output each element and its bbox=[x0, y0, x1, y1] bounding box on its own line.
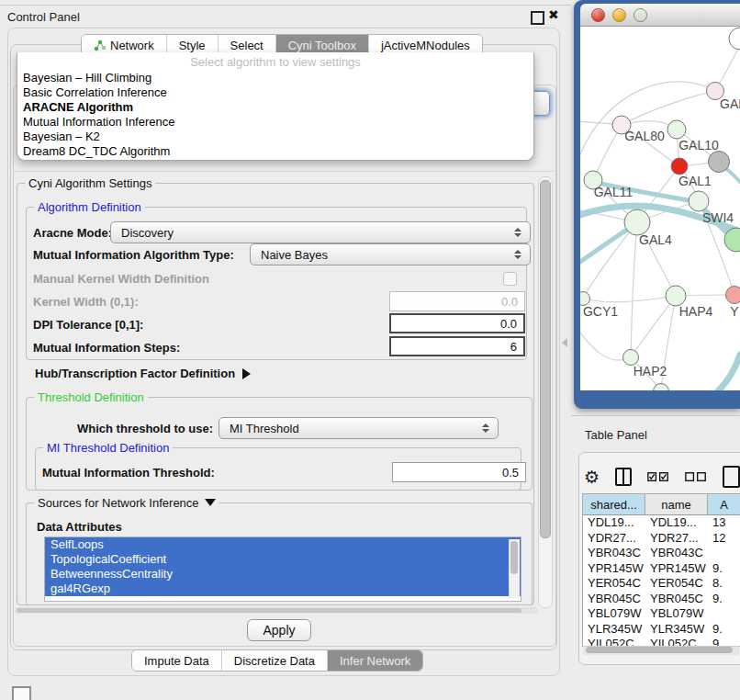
table-cell: YPR145W bbox=[583, 561, 645, 577]
gear-icon[interactable]: ⚙ bbox=[584, 469, 600, 486]
network-node-gal10[interactable] bbox=[667, 120, 686, 139]
table-cell: YBL079W bbox=[583, 606, 645, 622]
network-node-hap2[interactable] bbox=[623, 350, 639, 366]
tab-impute-data[interactable]: Impute Data bbox=[132, 650, 222, 671]
table-cell: YER054C bbox=[645, 576, 708, 592]
network-edge[interactable] bbox=[583, 296, 676, 301]
manual-kernel-checkbox[interactable] bbox=[503, 272, 517, 286]
mi-steps-input[interactable]: 6 bbox=[389, 336, 525, 356]
data-attributes-list[interactable]: SelfLoopsTopologicalCoefficientBetweenne… bbox=[44, 536, 521, 602]
column-header-name[interactable]: name bbox=[645, 494, 708, 514]
table-row[interactable]: YPR145WYPR145W9. bbox=[583, 561, 740, 577]
which-threshold-select[interactable]: MI Threshold bbox=[219, 417, 499, 439]
network-node-y[interactable] bbox=[726, 287, 740, 304]
which-threshold-value: MI Threshold bbox=[230, 422, 299, 435]
network-node[interactable] bbox=[729, 28, 740, 50]
settings-top-divider bbox=[13, 171, 555, 172]
table-row[interactable]: YBR045CYBR045C9. bbox=[583, 592, 740, 607]
sources-group-title[interactable]: Sources for Network Inference bbox=[34, 496, 219, 510]
threshold-definition-title: Threshold Definition bbox=[34, 390, 148, 404]
zoom-window-icon[interactable] bbox=[633, 8, 647, 22]
deselect-all-checkboxes-icon[interactable] bbox=[685, 470, 707, 483]
network-canvas[interactable]: GALGAL80GAL10GAL1GAL11SWI4GAL4GCY1HAP4YH… bbox=[580, 27, 740, 390]
columns-icon[interactable] bbox=[615, 468, 632, 486]
attribute-item[interactable]: gal4RGexp bbox=[45, 581, 521, 596]
network-node-gal1[interactable] bbox=[671, 158, 688, 175]
column-header-a[interactable]: A bbox=[708, 494, 740, 514]
list-scrollbar[interactable] bbox=[509, 539, 520, 598]
float-panel-icon[interactable] bbox=[531, 11, 544, 25]
node-label: HAP2 bbox=[633, 364, 667, 378]
table-row[interactable]: YDR27...YDR27...12 bbox=[583, 531, 740, 547]
node-label: GCY1 bbox=[583, 304, 618, 319]
attribute-item[interactable]: TopologicalCoefficient bbox=[45, 552, 521, 567]
tab-discretize-data[interactable]: Discretize Data bbox=[222, 650, 328, 671]
splitter-collapse-icon[interactable] bbox=[562, 338, 567, 347]
network-node[interactable] bbox=[709, 152, 730, 173]
attribute-item[interactable]: SelfLoops bbox=[45, 537, 521, 552]
node-label: GAL11 bbox=[594, 185, 633, 199]
algorithm-options-list: Bayesian – Hill ClimbingBasic Correlatio… bbox=[21, 71, 530, 159]
network-node-swi4[interactable] bbox=[689, 191, 709, 211]
table-row[interactable]: YDL19...YDL19...13 bbox=[583, 515, 740, 531]
minimized-panel-icon[interactable] bbox=[12, 686, 31, 700]
algorithm-option[interactable]: Bayesian – K2 bbox=[21, 130, 530, 144]
mi-type-select[interactable]: Naive Bayes bbox=[250, 243, 531, 265]
node-label: GAL4 bbox=[639, 232, 672, 247]
kernel-width-input[interactable]: 0.0 bbox=[389, 291, 525, 311]
select-all-checkboxes-icon[interactable] bbox=[647, 470, 669, 483]
mi-steps-label: Mutual Information Steps: bbox=[33, 341, 180, 355]
table-cell: 9. bbox=[708, 592, 740, 607]
node-label: Y bbox=[730, 304, 739, 319]
network-edge[interactable] bbox=[631, 222, 637, 357]
network-edge[interactable] bbox=[684, 355, 740, 390]
network-edge[interactable] bbox=[583, 222, 637, 299]
tab-label: Cyni Toolbox bbox=[288, 39, 356, 52]
aracne-mode-select[interactable]: Discovery bbox=[110, 221, 531, 243]
network-node-hap4[interactable] bbox=[666, 286, 686, 306]
table-row[interactable]: YBR043CYBR043C bbox=[583, 546, 740, 561]
table-cell: YDR27... bbox=[645, 531, 708, 547]
list-scrollbar-thumb[interactable] bbox=[510, 541, 518, 574]
close-panel-icon[interactable]: ✖ bbox=[548, 7, 559, 22]
control-panel-title: Control Panel bbox=[7, 10, 80, 24]
algorithm-option[interactable]: Dream8 DC_TDC Algorithm bbox=[21, 144, 530, 159]
network-edge[interactable] bbox=[631, 296, 676, 357]
algorithm-option[interactable]: Basic Correlation Inference bbox=[21, 85, 530, 100]
node-label: GAL bbox=[720, 96, 740, 111]
data-attributes-label: Data Attributes bbox=[37, 520, 122, 534]
minimize-window-icon[interactable] bbox=[612, 8, 626, 22]
network-icon bbox=[94, 40, 106, 51]
mi-threshold-input[interactable]: 0.5 bbox=[392, 462, 526, 482]
hub-definition-toggle[interactable]: Hub/Transcription Factor Definition bbox=[35, 367, 251, 380]
settings-hscrollbar-thumb[interactable] bbox=[17, 608, 521, 613]
expanded-arrow-icon bbox=[205, 499, 216, 506]
table-cell: 13 bbox=[708, 515, 740, 531]
network-window-titlebar[interactable] bbox=[580, 4, 740, 27]
table-row[interactable]: YBL079WYBL079W bbox=[583, 606, 740, 622]
table-header-row: shared...nameA bbox=[583, 494, 740, 515]
table-hscrollbar-thumb[interactable] bbox=[586, 647, 733, 653]
node-label: HAP4 bbox=[679, 304, 713, 319]
dpi-tolerance-input[interactable]: 0.0 bbox=[389, 313, 525, 333]
algorithm-option[interactable]: Mutual Information Inference bbox=[21, 115, 530, 130]
collapsed-arrow-icon bbox=[242, 368, 251, 379]
close-window-icon[interactable] bbox=[591, 8, 605, 22]
mi-threshold-label: Mutual Information Threshold: bbox=[42, 466, 215, 480]
new-table-icon[interactable] bbox=[723, 466, 740, 488]
aracne-mode-label: Aracne Mode: bbox=[33, 226, 112, 240]
column-header-shared[interactable]: shared... bbox=[583, 494, 645, 514]
apply-button[interactable]: Apply bbox=[247, 619, 311, 641]
algorithm-option[interactable]: ARACNE Algorithm bbox=[21, 100, 530, 115]
attribute-item[interactable]: BetweennessCentrality bbox=[45, 567, 521, 581]
tab-infer-network[interactable]: Infer Network bbox=[328, 650, 422, 671]
application-screen: Control Panel ✖ NetworkStyleSelectCyni T… bbox=[0, 0, 740, 700]
network-node-gal4[interactable] bbox=[624, 209, 650, 235]
network-edge[interactable] bbox=[622, 91, 715, 125]
table-row[interactable]: YER054CYER054C8. bbox=[583, 576, 740, 592]
network-node[interactable] bbox=[654, 384, 669, 391]
table-row[interactable]: YLR345WYLR345W9. bbox=[583, 622, 740, 638]
settings-scrollbar-thumb[interactable] bbox=[540, 180, 551, 538]
algorithm-option[interactable]: Bayesian – Hill Climbing bbox=[21, 71, 530, 85]
combo-arrows-icon bbox=[514, 228, 521, 237]
